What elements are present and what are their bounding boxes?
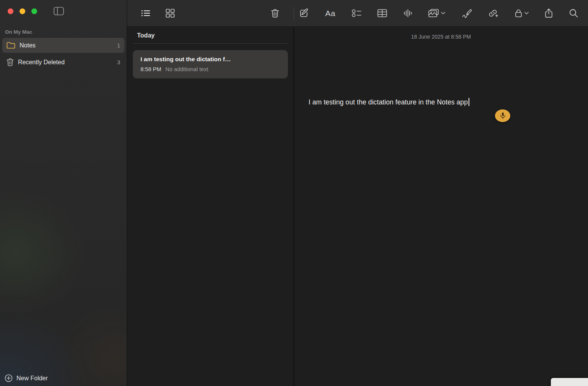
toolbar-list-section [127, 0, 294, 26]
note-time: 8:58 PM [140, 66, 161, 72]
minimize-button[interactable] [20, 8, 25, 14]
checklist-button[interactable] [352, 9, 361, 17]
table-icon [377, 9, 387, 17]
new-folder-label: New Folder [16, 375, 48, 382]
lock-button[interactable] [515, 9, 529, 18]
scribble-icon [462, 9, 472, 18]
gallery-view-button[interactable] [161, 5, 179, 21]
toolbar: Aa [127, 0, 588, 27]
note-list-item[interactable]: I am testing out the dictation f… 8:58 P… [133, 50, 288, 78]
text-format-icon: Aa [325, 9, 336, 18]
text-cursor [469, 98, 469, 106]
media-button[interactable] [428, 9, 445, 18]
link-icon [488, 9, 498, 18]
chevron-down-icon [524, 12, 529, 15]
note-editor[interactable]: 18 June 2025 at 8:58 PM I am testing out… [294, 27, 588, 386]
sidebar-item-label: Notes [20, 42, 36, 49]
audio-recording-button[interactable] [403, 9, 412, 18]
note-body-text[interactable]: I am testing out the dictation feature i… [309, 98, 469, 106]
note-list: Today I am testing out the dictation f… … [127, 27, 294, 386]
close-button[interactable] [8, 8, 13, 14]
checklist-icon [352, 9, 361, 17]
lock-icon [515, 9, 522, 18]
content-columns: Today I am testing out the dictation f… … [127, 27, 588, 386]
trash-icon [7, 58, 14, 66]
sidebar-toggle-icon [54, 7, 64, 15]
main-content: Aa [127, 0, 588, 386]
chevron-down-icon [441, 12, 445, 15]
text-format-button[interactable]: Aa [325, 9, 336, 18]
photos-icon [428, 9, 439, 18]
search-icon [569, 9, 578, 18]
note-date-line: 18 June 2025 at 8:58 PM [294, 27, 588, 40]
sidebar-section-label: On My Mac [0, 27, 127, 38]
plus-circle-icon [5, 374, 13, 382]
table-button[interactable] [377, 9, 387, 17]
dictation-button[interactable] [495, 109, 510, 122]
waveform-icon [403, 9, 412, 18]
new-folder-button[interactable]: New Folder [5, 374, 48, 382]
note-list-section-header: Today [133, 27, 288, 44]
toolbar-separator [294, 7, 294, 20]
toolbar-editor-section: Aa [294, 0, 588, 26]
trash-icon [271, 9, 279, 18]
gallery-view-icon [166, 9, 175, 18]
compose-icon [299, 8, 309, 18]
list-view-button[interactable] [136, 6, 156, 21]
folder-icon [7, 42, 15, 49]
markup-button[interactable] [462, 9, 472, 18]
microphone-icon [500, 112, 506, 119]
add-link-button[interactable] [488, 9, 498, 18]
new-note-button[interactable] [299, 8, 309, 18]
share-button[interactable] [545, 8, 553, 18]
foreground-panel-fragment [551, 378, 588, 386]
toggle-sidebar-button[interactable] [54, 7, 64, 15]
folder-count-badge: 3 [117, 59, 120, 65]
share-icon [545, 8, 553, 18]
note-title: I am testing out the dictation f… [140, 56, 280, 63]
notes-window: On My Mac Notes 1 Recently Deleted 3 [0, 0, 588, 386]
sidebar-item-notes[interactable]: Notes 1 [2, 38, 124, 53]
traffic-lights [8, 8, 37, 14]
list-view-icon [141, 10, 150, 17]
sidebar-item-recently-deleted[interactable]: Recently Deleted 3 [2, 55, 124, 70]
delete-note-button[interactable] [271, 9, 279, 18]
zoom-button[interactable] [31, 8, 37, 14]
folder-count-badge: 1 [117, 42, 120, 49]
search-button[interactable] [569, 9, 578, 18]
sidebar-item-label: Recently Deleted [18, 59, 65, 66]
sidebar: On My Mac Notes 1 Recently Deleted 3 [0, 0, 127, 386]
note-preview: No additional text [165, 66, 208, 72]
